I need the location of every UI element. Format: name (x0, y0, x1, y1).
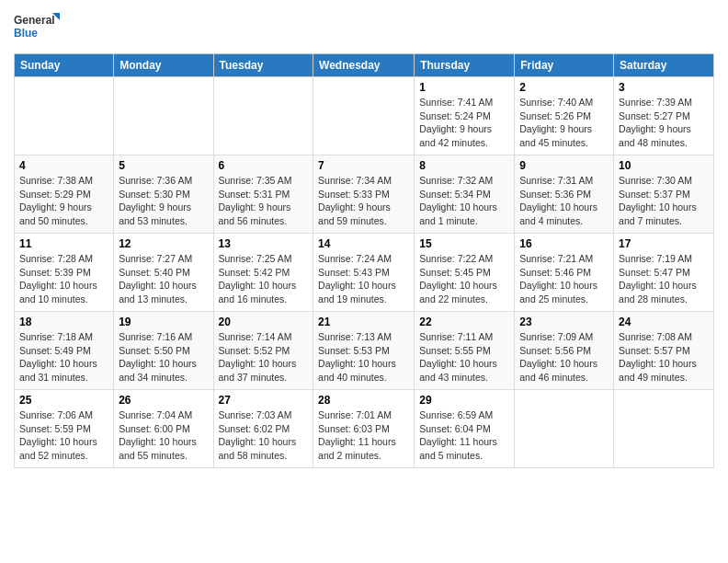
weekday-header: Wednesday (313, 54, 415, 77)
day-number: 25 (19, 394, 108, 407)
calendar-cell: 28Sunrise: 7:01 AMSunset: 6:03 PMDayligh… (313, 390, 415, 468)
weekday-header: Monday (114, 54, 213, 77)
calendar-cell: 2Sunrise: 7:40 AMSunset: 5:26 PMDaylight… (515, 77, 614, 155)
day-number: 11 (19, 237, 108, 250)
logo: General Blue (14, 9, 60, 46)
day-number: 8 (419, 159, 509, 172)
day-number: 26 (119, 394, 208, 407)
day-info: Sunrise: 7:13 AMSunset: 5:53 PMDaylight:… (318, 330, 409, 385)
day-number: 20 (219, 316, 309, 328)
day-info: Sunrise: 7:21 AMSunset: 5:46 PMDaylight:… (519, 252, 609, 306)
day-number: 21 (318, 316, 409, 328)
day-info: Sunrise: 7:06 AMSunset: 5:59 PMDaylight:… (19, 408, 108, 463)
calendar-cell: 20Sunrise: 7:14 AMSunset: 5:52 PMDayligh… (213, 312, 313, 390)
day-number: 22 (419, 316, 509, 328)
calendar-cell: 7Sunrise: 7:34 AMSunset: 5:33 PMDaylight… (313, 155, 415, 234)
calendar-cell (114, 77, 213, 155)
calendar-cell: 12Sunrise: 7:27 AMSunset: 5:40 PMDayligh… (114, 234, 213, 312)
calendar-week-row: 18Sunrise: 7:18 AMSunset: 5:49 PMDayligh… (15, 312, 714, 390)
calendar-cell: 1Sunrise: 7:41 AMSunset: 5:24 PMDaylight… (415, 77, 515, 155)
day-info: Sunrise: 7:38 AMSunset: 5:29 PMDaylight:… (19, 174, 108, 228)
day-number: 15 (419, 237, 509, 250)
svg-text:General: General (14, 14, 55, 27)
weekday-header: Tuesday (213, 54, 313, 77)
day-number: 9 (519, 159, 609, 172)
calendar-cell: 26Sunrise: 7:04 AMSunset: 6:00 PMDayligh… (114, 390, 213, 468)
calendar-cell (313, 77, 415, 155)
calendar-cell: 14Sunrise: 7:24 AMSunset: 5:43 PMDayligh… (313, 234, 415, 312)
calendar-cell: 21Sunrise: 7:13 AMSunset: 5:53 PMDayligh… (313, 312, 415, 390)
day-info: Sunrise: 7:04 AMSunset: 6:00 PMDaylight:… (119, 408, 208, 463)
calendar-cell: 13Sunrise: 7:25 AMSunset: 5:42 PMDayligh… (213, 234, 313, 312)
calendar-cell (614, 390, 714, 468)
day-info: Sunrise: 7:28 AMSunset: 5:39 PMDaylight:… (19, 252, 108, 306)
day-info: Sunrise: 7:01 AMSunset: 6:03 PMDaylight:… (318, 408, 409, 463)
day-info: Sunrise: 7:34 AMSunset: 5:33 PMDaylight:… (318, 174, 409, 228)
day-info: Sunrise: 7:18 AMSunset: 5:49 PMDaylight:… (19, 330, 108, 385)
weekday-header: Friday (515, 54, 614, 77)
day-info: Sunrise: 7:25 AMSunset: 5:42 PMDaylight:… (219, 252, 309, 306)
day-number: 10 (619, 159, 709, 172)
calendar-cell: 11Sunrise: 7:28 AMSunset: 5:39 PMDayligh… (15, 234, 114, 312)
calendar-cell: 5Sunrise: 7:36 AMSunset: 5:30 PMDaylight… (114, 155, 213, 234)
day-number: 4 (19, 159, 108, 172)
day-number: 5 (119, 159, 208, 172)
calendar-cell: 18Sunrise: 7:18 AMSunset: 5:49 PMDayligh… (15, 312, 114, 390)
calendar-week-row: 11Sunrise: 7:28 AMSunset: 5:39 PMDayligh… (15, 234, 714, 312)
day-info: Sunrise: 7:27 AMSunset: 5:40 PMDaylight:… (119, 252, 208, 306)
calendar-cell: 22Sunrise: 7:11 AMSunset: 5:55 PMDayligh… (415, 312, 515, 390)
weekday-header: Saturday (614, 54, 714, 77)
calendar-cell: 24Sunrise: 7:08 AMSunset: 5:57 PMDayligh… (614, 312, 714, 390)
calendar-cell (15, 77, 114, 155)
calendar-cell: 27Sunrise: 7:03 AMSunset: 6:02 PMDayligh… (213, 390, 313, 468)
day-info: Sunrise: 7:16 AMSunset: 5:50 PMDaylight:… (119, 330, 208, 385)
svg-text:Blue: Blue (14, 27, 38, 40)
day-number: 12 (119, 237, 208, 250)
calendar-cell: 3Sunrise: 7:39 AMSunset: 5:27 PMDaylight… (614, 77, 714, 155)
calendar-week-row: 1Sunrise: 7:41 AMSunset: 5:24 PMDaylight… (15, 77, 714, 155)
day-number: 6 (219, 159, 309, 172)
day-info: Sunrise: 7:22 AMSunset: 5:45 PMDaylight:… (419, 252, 509, 306)
day-info: Sunrise: 7:39 AMSunset: 5:27 PMDaylight:… (619, 96, 709, 150)
day-info: Sunrise: 7:36 AMSunset: 5:30 PMDaylight:… (119, 174, 208, 228)
calendar-cell: 29Sunrise: 6:59 AMSunset: 6:04 PMDayligh… (415, 390, 515, 468)
page-header: General Blue (14, 9, 714, 46)
calendar-week-row: 25Sunrise: 7:06 AMSunset: 5:59 PMDayligh… (15, 390, 714, 468)
day-info: Sunrise: 7:08 AMSunset: 5:57 PMDaylight:… (619, 330, 709, 385)
day-info: Sunrise: 7:30 AMSunset: 5:37 PMDaylight:… (619, 174, 709, 228)
day-info: Sunrise: 7:31 AMSunset: 5:36 PMDaylight:… (519, 174, 609, 228)
logo-svg: General Blue (14, 9, 60, 46)
day-number: 24 (619, 316, 709, 328)
day-number: 7 (318, 159, 409, 172)
calendar-cell: 25Sunrise: 7:06 AMSunset: 5:59 PMDayligh… (15, 390, 114, 468)
calendar-cell (213, 77, 313, 155)
day-info: Sunrise: 7:09 AMSunset: 5:56 PMDaylight:… (519, 330, 609, 385)
calendar-cell (515, 390, 614, 468)
calendar-cell: 16Sunrise: 7:21 AMSunset: 5:46 PMDayligh… (515, 234, 614, 312)
day-info: Sunrise: 7:40 AMSunset: 5:26 PMDaylight:… (519, 96, 609, 150)
day-number: 1 (419, 81, 509, 94)
day-info: Sunrise: 7:35 AMSunset: 5:31 PMDaylight:… (219, 174, 309, 228)
day-info: Sunrise: 6:59 AMSunset: 6:04 PMDaylight:… (419, 408, 509, 463)
weekday-header: Sunday (15, 54, 114, 77)
day-number: 2 (519, 81, 609, 94)
day-number: 18 (19, 316, 108, 328)
day-info: Sunrise: 7:03 AMSunset: 6:02 PMDaylight:… (219, 408, 309, 463)
day-number: 3 (619, 81, 709, 94)
calendar-cell: 4Sunrise: 7:38 AMSunset: 5:29 PMDaylight… (15, 155, 114, 234)
calendar-cell: 9Sunrise: 7:31 AMSunset: 5:36 PMDaylight… (515, 155, 614, 234)
calendar-table: SundayMondayTuesdayWednesdayThursdayFrid… (14, 53, 714, 468)
day-number: 28 (318, 394, 409, 407)
calendar-cell: 15Sunrise: 7:22 AMSunset: 5:45 PMDayligh… (415, 234, 515, 312)
day-info: Sunrise: 7:32 AMSunset: 5:34 PMDaylight:… (419, 174, 509, 228)
weekday-header-row: SundayMondayTuesdayWednesdayThursdayFrid… (15, 54, 714, 77)
calendar-cell: 19Sunrise: 7:16 AMSunset: 5:50 PMDayligh… (114, 312, 213, 390)
day-number: 14 (318, 237, 409, 250)
day-number: 27 (219, 394, 309, 407)
day-number: 13 (219, 237, 309, 250)
calendar-cell: 17Sunrise: 7:19 AMSunset: 5:47 PMDayligh… (614, 234, 714, 312)
day-info: Sunrise: 7:19 AMSunset: 5:47 PMDaylight:… (619, 252, 709, 306)
day-number: 29 (419, 394, 509, 407)
day-number: 17 (619, 237, 709, 250)
calendar-cell: 6Sunrise: 7:35 AMSunset: 5:31 PMDaylight… (213, 155, 313, 234)
